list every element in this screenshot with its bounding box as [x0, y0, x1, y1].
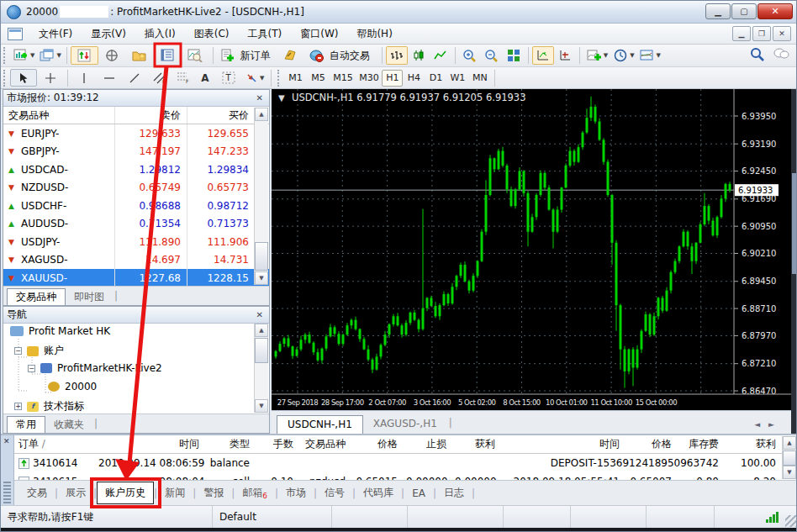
tf-mn[interactable]: MN — [468, 70, 491, 87]
bar-chart-mode-button[interactable] — [386, 46, 408, 65]
tf-m5[interactable]: M5 — [306, 70, 330, 87]
menu-help[interactable]: 帮助(H) — [347, 24, 401, 45]
chart-tabs-right-icon[interactable]: ► — [768, 420, 783, 429]
navigator-scrollbar[interactable]: ▲ ▼ — [254, 324, 268, 413]
chat-icon[interactable] — [773, 47, 789, 64]
menu-charts[interactable]: 图表(C) — [185, 24, 239, 45]
market-watch-row-usdcad[interactable]: ▲USDCAD-1.298121.29834 — [3, 161, 269, 179]
tab-exposure[interactable]: 展示 — [58, 482, 93, 503]
autotrading-icon[interactable] — [306, 46, 328, 65]
market-watch-toggle[interactable] — [71, 46, 98, 65]
nav-scroll-thumb[interactable] — [255, 338, 268, 363]
trendline-tool[interactable] — [122, 69, 147, 87]
market-watch-row-eurjpy[interactable]: ▼EURJPY-129.633129.655 — [3, 124, 269, 143]
tab-news[interactable]: 新闻 — [157, 482, 193, 503]
tab-favorites[interactable]: 收藏夹 — [45, 416, 92, 433]
status-profile[interactable]: Default — [213, 506, 332, 528]
nav-scroll-up-icon[interactable]: ▲ — [255, 324, 268, 337]
candle-chart-mode-button[interactable] — [408, 46, 430, 65]
term-scroll-down-icon[interactable]: ▼ — [783, 466, 796, 479]
tab-tick-chart[interactable]: 即时图 — [66, 288, 113, 305]
tf-m30[interactable]: M30 — [356, 70, 382, 87]
child-restore-button[interactable]: ❐ — [752, 26, 771, 41]
nav-item-broker[interactable]: Profit Market HK — [10, 325, 110, 337]
scroll-up-icon[interactable]: ▲ — [255, 108, 268, 121]
tab-account-history[interactable]: 账户历史 — [97, 482, 154, 504]
vertical-line-tool[interactable] — [71, 69, 97, 87]
menu-view[interactable]: 显示(V) — [82, 24, 135, 45]
new-order-icon[interactable] — [217, 46, 239, 65]
tf-m15[interactable]: M15 — [330, 70, 356, 87]
chart-tab-usdcnh[interactable]: USDCNH-,H1 — [277, 415, 363, 434]
tab-alerts[interactable]: 警报 — [196, 482, 231, 503]
crosshair-mode-button[interactable] — [554, 46, 576, 65]
show-indicators-button[interactable] — [532, 46, 554, 65]
equidistant-channel-tool[interactable]: E — [147, 69, 172, 87]
cursor-tool[interactable] — [10, 69, 37, 87]
market-watch-row-usdchf[interactable]: ▲USDCHF-0.986880.98712 — [3, 197, 269, 215]
close-button[interactable]: ✕ — [757, 3, 793, 19]
data-window-button[interactable] — [98, 46, 126, 65]
tab-mailbox[interactable]: 邮箱6 — [235, 482, 275, 503]
child-minimize-button[interactable]: ▁ — [732, 26, 751, 41]
tab-experts[interactable]: EA — [404, 484, 433, 503]
tab-code-base[interactable]: 代码库 — [356, 482, 401, 503]
market-watch-row-gbpjpy[interactable]: ▼GBPJPY-147.197147.233 — [3, 143, 269, 161]
market-watch-row-nzdusd[interactable]: ▼NZDUSD-0.657490.65773 — [3, 179, 269, 198]
autotrading-button[interactable]: 自动交易 — [330, 49, 370, 63]
timeframe-grip[interactable] — [277, 70, 282, 87]
menu-file[interactable]: 文件(F) — [29, 24, 82, 45]
toolbar-grip[interactable] — [3, 47, 8, 64]
tab-market[interactable]: 市场 — [278, 482, 314, 503]
nav-item-accounts[interactable]: − 账户 — [14, 344, 64, 358]
chart-tab-xagusd[interactable]: XAGUSD-,H1 — [363, 415, 447, 434]
profiles-button[interactable] — [36, 46, 58, 65]
term-scroll-up-icon[interactable]: ▲ — [783, 436, 796, 450]
collapse-icon[interactable]: − — [14, 347, 22, 355]
tile-windows-button[interactable] — [503, 46, 525, 65]
search-icon[interactable] — [750, 47, 764, 64]
period-button[interactable] — [610, 46, 631, 65]
market-watch-row-usdjpy[interactable]: ▼USDJPY-111.890111.906 — [3, 233, 269, 251]
chart-system-menu-icon[interactable] — [8, 28, 23, 40]
tf-m1[interactable]: M1 — [284, 70, 306, 87]
fibonacci-tool[interactable]: F — [172, 69, 194, 87]
tab-symbols[interactable]: 交易品种 — [7, 288, 66, 305]
market-watch-row-audusd[interactable]: ▲AUDUSD-0.713540.71373 — [3, 215, 269, 234]
add-indicator-button[interactable] — [583, 46, 605, 65]
col-ask[interactable]: 买价 — [187, 107, 255, 124]
resize-grip[interactable] — [785, 515, 797, 527]
menu-insert[interactable]: 插入(I) — [135, 24, 185, 45]
menu-tools[interactable]: 工具(T) — [239, 24, 292, 45]
terminal-toggle[interactable] — [154, 46, 182, 65]
collapse-icon2[interactable]: − — [28, 365, 35, 372]
tf-d1[interactable]: D1 — [425, 70, 446, 87]
horizontal-line-tool[interactable] — [97, 69, 122, 87]
terminal-grip[interactable] — [3, 480, 11, 503]
terminal-scrollbar[interactable]: ▲ ▼ — [782, 436, 796, 479]
market-watch-row-xagusd[interactable]: ▼XAGUSD-14.69714.731 — [3, 251, 269, 270]
line-chart-mode-button[interactable] — [430, 46, 451, 65]
scroll-thumb[interactable] — [255, 242, 268, 271]
chart-scroll-thumb[interactable] — [792, 173, 797, 274]
market-watch-row-xauusd[interactable]: ▼XAUUSD-1227.681228.15 — [3, 269, 269, 287]
tab-trade[interactable]: 交易 — [19, 482, 55, 503]
nav-scroll-down-icon[interactable]: ▼ — [255, 399, 268, 413]
market-watch-close-icon[interactable]: ✕ — [254, 93, 266, 103]
arrows-tool[interactable] — [241, 69, 261, 87]
scroll-down-icon[interactable]: ▼ — [255, 271, 268, 285]
crosshair-tool[interactable] — [37, 69, 64, 87]
navigator-toggle[interactable] — [126, 46, 154, 65]
template-button[interactable] — [636, 46, 658, 65]
nav-item-indicators[interactable]: + f 技术指标 — [14, 399, 84, 413]
tab-common[interactable]: 常用 — [7, 416, 45, 433]
metaeditor-button[interactable] — [279, 46, 301, 65]
nav-item-server[interactable]: − ProfitMarketHK-Live2 — [28, 362, 162, 374]
chart-window[interactable]: 6.939506.931906.924506.916906.909506.902… — [272, 89, 791, 410]
tab-signals[interactable]: 信号 — [317, 482, 352, 503]
zoom-in-button[interactable] — [459, 46, 481, 65]
text-tool[interactable]: A — [194, 69, 216, 87]
text-label-tool[interactable]: T — [216, 69, 241, 87]
terminal-close-icon[interactable]: ✕ — [3, 437, 10, 445]
term-scroll-thumb[interactable] — [783, 450, 796, 466]
